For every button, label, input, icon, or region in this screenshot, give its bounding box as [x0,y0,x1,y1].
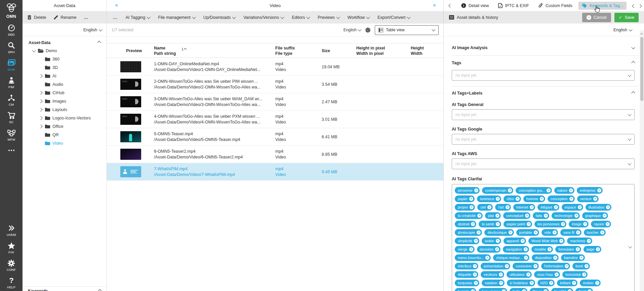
tag-chip-remove-icon[interactable]: ✕ [547,188,551,192]
table-row[interactable]: 5-OMN5-Teaser.mp4/Asset-Data/Demo/Video/… [107,128,443,146]
tag-chip-remove-icon[interactable]: ✕ [533,264,537,268]
tag-chip-remove-icon[interactable]: ✕ [593,197,597,201]
tag-chip-remove-icon[interactable]: ✕ [505,264,509,268]
keywords-footer[interactable]: Keywords [23,286,107,291]
tag-chip-remove-icon[interactable]: ✕ [527,222,531,226]
tag-chip-remove-icon[interactable]: ✕ [516,197,520,201]
tabs-next-icon[interactable] [639,3,641,8]
tag-chip-remove-icon[interactable]: ✕ [544,289,548,291]
tag-chip-remove-icon[interactable]: ✕ [596,247,600,251]
tag-chip-remove-icon[interactable]: ✕ [544,214,548,218]
tag-chip-remove-icon[interactable]: ✕ [548,247,552,251]
menu-ai-tagging[interactable]: AI Tagging [125,15,150,20]
tag-chip[interactable]: vide✕ [541,229,558,236]
omn-logo[interactable]: OMN [0,0,23,19]
tree-node-3d[interactable]: 3D [23,63,107,72]
tag-chip[interactable]: machines✕ [567,238,592,244]
tag-chip[interactable]: conception✕ [548,195,575,202]
tag-chip-remove-icon[interactable]: ✕ [495,214,499,218]
expand-right-icon[interactable]: » [433,2,436,8]
tag-chip-remove-icon[interactable]: ✕ [561,222,565,226]
tag-chip-remove-icon[interactable]: ✕ [496,239,500,243]
tag-chip-remove-icon[interactable]: ✕ [579,256,583,260]
asset-history-button[interactable]: Asset details & history [449,15,498,20]
tag-chip[interactable]: graphique✕ [582,212,608,219]
tag-chip-remove-icon[interactable]: ✕ [534,230,538,234]
tag-chip[interactable]: sans fil✕ [560,229,581,236]
tag-chip[interactable]: navigation✕ [503,246,529,253]
rail-item-pim[interactable]: PIM [0,76,23,89]
rail-item-srh[interactable]: SRH [0,41,23,54]
tag-chip[interactable]: appareil✕ [504,238,526,244]
tag-chip-remove-icon[interactable]: ✕ [606,222,610,226]
collapse-left-icon[interactable]: « [115,2,118,8]
menu-export-convert[interactable]: Export/Convert [377,15,410,20]
tab-iptc-exif[interactable]: IPTC & EXIF [495,1,532,10]
tag-chip-remove-icon[interactable]: ✕ [473,264,477,268]
tree-node-audio[interactable]: Audio [23,80,107,88]
tag-chip-remove-icon[interactable]: ✕ [506,205,510,209]
rail-item-fav[interactable]: FAV [0,241,23,254]
tag-chip-remove-icon[interactable]: ✕ [485,256,489,260]
expander-closed-icon[interactable] [38,75,44,77]
tree-node-images[interactable]: Images [23,97,107,105]
tag-chip-remove-icon[interactable]: ✕ [600,230,604,234]
tag-chip[interactable]: les personnes✕ [534,221,566,227]
tag-chip-remove-icon[interactable]: ✕ [495,247,499,251]
tree-node-qr[interactable]: QR [23,131,107,139]
tree-node-ai[interactable]: AI [23,72,107,80]
menu-up-downloads[interactable]: Up/Downloads [203,15,235,20]
tag-chip-remove-icon[interactable]: ✕ [555,272,559,277]
tag-chip-remove-icon[interactable]: ✕ [496,197,500,201]
tag-chip-remove-icon[interactable]: ✕ [572,281,576,285]
details-language-select[interactable]: English [613,28,627,32]
tag-chip[interactable]: conception gra...✕ [516,187,552,194]
tag-chip-remove-icon[interactable]: ✕ [530,281,534,285]
chipbox-expand-icon[interactable] [629,245,632,249]
view-mode-select[interactable]: Table view [375,25,439,35]
tag-chip[interactable]: l'hiver✕ [530,288,549,291]
tag-chip[interactable]: livret✕ [572,263,590,269]
rail-item-dbd[interactable]: DBD [0,24,23,36]
menu-previews[interactable]: Previews [318,15,339,20]
tree-node-video[interactable]: Video [23,139,107,147]
tag-chip-remove-icon[interactable]: ✕ [502,289,506,291]
tab-detail-view[interactable]: iDetail view [458,1,492,10]
tag-chip-remove-icon[interactable]: ✕ [576,247,580,251]
tree-node-logos-icons-vectors[interactable]: Logos-Icons-Vectors [23,114,107,122]
tags-input[interactable]: no input yet [452,70,635,81]
tag-chip[interactable]: la santé✕ [479,221,501,227]
rail-item-dam[interactable]: DAM [0,59,23,71]
tag-chip[interactable]: page✕ [583,246,601,253]
tag-chip[interactable]: toucher✕ [584,229,606,236]
tag-chip[interactable]: vierge✕ [455,246,475,253]
tag-chip[interactable]: humide✕ [455,288,476,291]
tag-chip[interactable]: motion✕ [580,280,601,286]
field-input-ai-tags-google[interactable]: no input yet [452,134,635,145]
tag-chip-remove-icon[interactable]: ✕ [554,205,558,209]
tag-chip[interactable]: à l'extérieur✕ [507,280,535,286]
tab-keywords-tag-[interactable]: Keywords & Tag... [578,2,627,10]
table-row[interactable]: 4-OMN-WissenToGo-Alles was Sie ueber PXM… [107,111,443,128]
rail-item-wfm[interactable]: WFM [0,129,23,141]
tag-chip[interactable]: conceptuel✕ [503,212,530,219]
tag-chip[interactable]: sous l'eau✕ [534,271,560,278]
tag-chip[interactable]: l'art✕ [495,204,511,211]
tag-chip[interactable]: simplicité✕ [455,238,479,244]
tag-chip-remove-icon[interactable]: ✕ [469,247,473,251]
column-name-path[interactable]: NamePath string [154,45,176,56]
delete-button[interactable]: Delete [27,15,46,20]
expander-open-icon[interactable] [31,49,37,52]
table-row[interactable]: 3-OMN-WissenToGo-Alles was Sie ueber MAM… [107,93,443,111]
rail-item-help[interactable]: ?HELP [0,276,23,289]
tag-chip[interactable]: Internet✕ [513,204,535,211]
tag-chip[interactable]: horizontal✕ [562,271,588,278]
column-preview[interactable]: Preview [126,48,142,53]
column-size[interactable]: Size [322,48,330,53]
tag-chip-remove-icon[interactable]: ✕ [553,230,557,234]
table-row[interactable]: 2-OMN-WissenToGo-Alles was Sie ueber PIM… [107,76,443,93]
tag-chip-remove-icon[interactable]: ✕ [597,188,601,192]
tag-chip[interactable]: beau temps✕ [479,288,507,291]
tag-chip-remove-icon[interactable]: ✕ [477,214,481,218]
tag-chip-remove-icon[interactable]: ✕ [474,281,478,285]
